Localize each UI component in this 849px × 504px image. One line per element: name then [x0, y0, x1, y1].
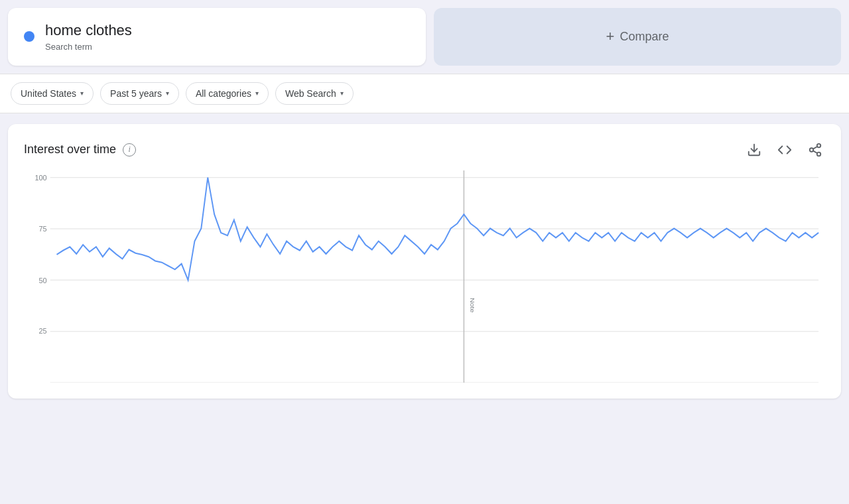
download-button[interactable]: [744, 140, 764, 160]
chart-container: 100 75 50 25 Note Jun 2, 2019 Dec 6, 202…: [24, 170, 825, 383]
time-filter[interactable]: Past 5 years ▾: [100, 82, 179, 105]
region-filter-arrow: ▾: [80, 90, 84, 97]
chart-title: Interest over time: [24, 143, 116, 157]
chart-title-area: Interest over time i: [24, 143, 136, 157]
category-filter-arrow: ▾: [255, 90, 259, 97]
filters-bar: United States ▾ Past 5 years ▾ All categ…: [0, 74, 849, 113]
svg-line-5: [813, 147, 817, 149]
embed-button[interactable]: [775, 140, 795, 160]
chart-svg: 100 75 50 25 Note Jun 2, 2019 Dec 6, 202…: [24, 170, 825, 383]
search-term-card: home clothes Search term: [8, 8, 426, 66]
time-filter-label: Past 5 years: [110, 88, 162, 99]
svg-text:50: 50: [39, 276, 47, 284]
category-filter[interactable]: All categories ▾: [186, 82, 269, 105]
time-filter-arrow: ▾: [166, 90, 169, 97]
search-type-filter-arrow: ▾: [340, 90, 344, 97]
category-filter-label: All categories: [196, 88, 251, 99]
chart-section: Interest over time i: [8, 124, 841, 399]
region-filter-label: United States: [21, 88, 76, 99]
help-icon[interactable]: i: [123, 143, 136, 157]
compare-label: Compare: [620, 30, 669, 44]
chart-header: Interest over time i: [24, 140, 825, 160]
region-filter[interactable]: United States ▾: [11, 82, 94, 105]
search-type-filter[interactable]: Web Search ▾: [275, 82, 354, 105]
svg-text:Note: Note: [469, 298, 476, 313]
share-button[interactable]: [805, 140, 825, 160]
search-term-subtitle: Search term: [45, 42, 92, 52]
search-term-dot: [24, 31, 34, 42]
search-type-filter-label: Web Search: [285, 88, 336, 99]
svg-text:100: 100: [34, 173, 46, 181]
svg-line-4: [813, 151, 817, 153]
svg-text:25: 25: [39, 327, 47, 335]
chart-actions: [744, 140, 825, 160]
compare-card[interactable]: + Compare: [434, 8, 841, 66]
compare-inner: + Compare: [606, 28, 669, 45]
compare-plus-icon: +: [606, 28, 615, 45]
svg-text:75: 75: [39, 224, 47, 232]
search-term-title: home clothes: [45, 21, 132, 40]
search-term-text: home clothes Search term: [45, 21, 132, 52]
